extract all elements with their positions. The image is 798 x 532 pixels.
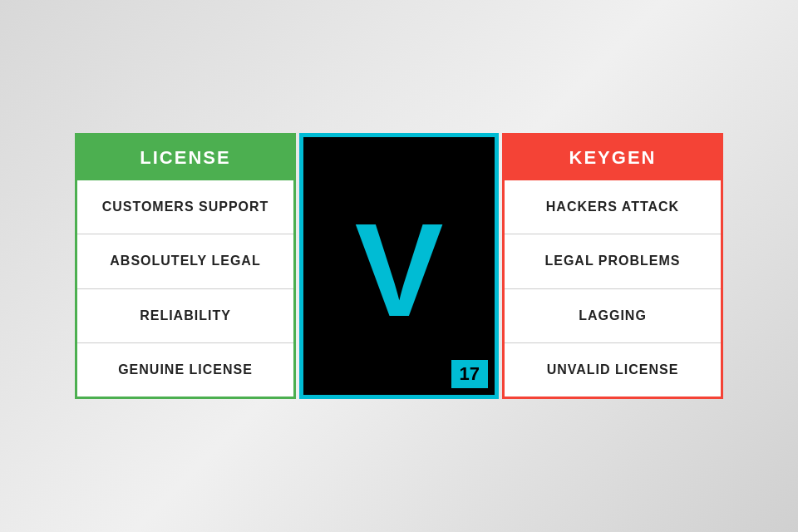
keygen-item-4: UNVALID LICENSE	[505, 343, 721, 397]
keygen-header: KEYGEN	[505, 135, 721, 180]
keygen-column: KEYGEN HACKERS ATTACK LEGAL PROBLEMS LAG…	[502, 133, 723, 399]
logo-letter: V	[355, 204, 444, 337]
keygen-items: HACKERS ATTACK LEGAL PROBLEMS LAGGING UN…	[505, 180, 721, 397]
license-header: LICENSE	[77, 135, 293, 180]
license-items: CUSTOMERS SUPPORT ABSOLUTELY LEGAL RELIA…	[77, 180, 293, 397]
keygen-item-2: LEGAL PROBLEMS	[505, 234, 721, 288]
comparison-container: LICENSE CUSTOMERS SUPPORT ABSOLUTELY LEG…	[75, 133, 723, 399]
license-item-1: CUSTOMERS SUPPORT	[77, 180, 293, 234]
license-column: LICENSE CUSTOMERS SUPPORT ABSOLUTELY LEG…	[75, 133, 296, 399]
license-item-4: GENUINE LICENSE	[77, 343, 293, 397]
keygen-item-1: HACKERS ATTACK	[505, 180, 721, 234]
license-item-3: RELIABILITY	[77, 289, 293, 343]
license-item-2: ABSOLUTELY LEGAL	[77, 234, 293, 288]
center-logo: V 17	[299, 133, 499, 399]
keygen-item-3: LAGGING	[505, 289, 721, 343]
logo-version-badge: 17	[451, 360, 488, 388]
